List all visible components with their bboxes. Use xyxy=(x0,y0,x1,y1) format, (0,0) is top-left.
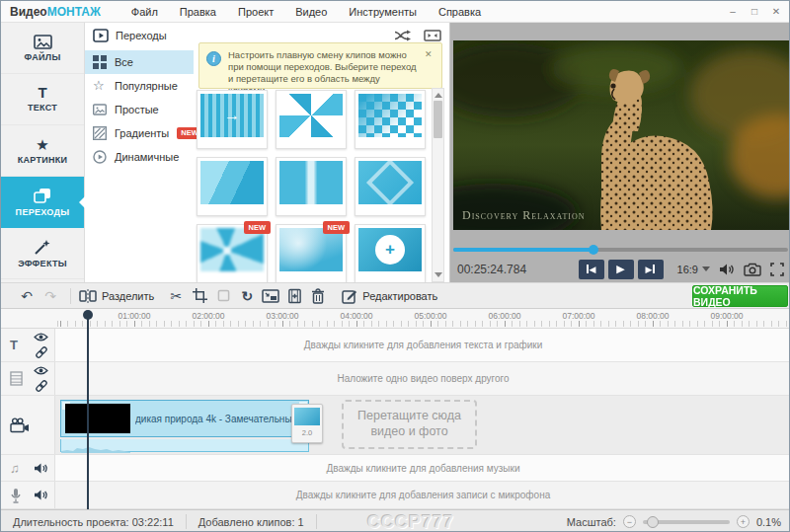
video-frame: Discovery Relaxation xyxy=(453,40,790,230)
close-icon[interactable]: ✕ xyxy=(425,49,434,82)
rotate-button[interactable]: ↻ xyxy=(235,285,259,307)
delete-button[interactable] xyxy=(306,285,330,307)
sidebar-item-label: ЭФФЕКТЫ xyxy=(18,259,67,268)
image-icon xyxy=(34,35,52,49)
category-label: Простые xyxy=(115,104,159,115)
play-button[interactable]: ▶ xyxy=(608,260,634,279)
category-gradients[interactable]: Градиенты NEW xyxy=(85,121,194,145)
eye-icon[interactable] xyxy=(34,332,48,342)
transition-duration: 2.0 xyxy=(302,428,312,437)
speaker-icon[interactable] xyxy=(34,462,48,475)
transition-thumb-bar-split[interactable] xyxy=(276,157,347,216)
edit-clip-button[interactable]: Редактировать xyxy=(342,285,437,307)
edit-toolbar: ↶ ↷ Разделить ✂ ↻ Редактировать СОХРАНИТ… xyxy=(1,282,790,309)
category-dynamic[interactable]: Динамичные xyxy=(85,145,194,169)
save-video-button[interactable]: СОХРАНИТЬ ВИДЕО xyxy=(692,285,788,307)
scrollbar-thumb[interactable] xyxy=(434,101,442,138)
clip-transition-badge[interactable]: 2.0 xyxy=(291,404,323,443)
zoom-slider[interactable] xyxy=(643,520,730,524)
text-track-icon: T xyxy=(10,338,18,352)
sidebar-item-transitions[interactable]: ПЕРЕХОДЫ xyxy=(1,177,84,228)
menu-help[interactable]: Справка xyxy=(428,3,492,21)
split-button[interactable]: Разделить xyxy=(79,285,154,307)
category-all[interactable]: Все xyxy=(85,50,194,74)
category-label: Динамичные xyxy=(115,151,179,163)
minimize-button[interactable]: – xyxy=(726,6,740,17)
sidebar-item-text[interactable]: T ТЕКСТ xyxy=(1,74,84,125)
music-track-area[interactable]: Дважды кликните для добавления музыки xyxy=(55,455,790,481)
category-simple[interactable]: Простые xyxy=(85,98,194,121)
prev-glyph: ◀ xyxy=(590,265,596,274)
transition-thumb-diamond[interactable] xyxy=(355,157,426,216)
menu-file[interactable]: Файл xyxy=(120,3,169,21)
next-frame-button[interactable]: ▶ xyxy=(638,260,664,279)
overlay-track-area[interactable]: Наложите одно видео поверх другого xyxy=(55,362,790,395)
video-drop-zone[interactable]: Перетащите сюда видео и фото xyxy=(342,400,477,449)
mic-track: Дважды кликните для добавления записи с … xyxy=(1,482,790,509)
zoom-out-button[interactable]: − xyxy=(623,515,636,528)
transition-thumb-blinds[interactable]: → xyxy=(197,90,268,149)
drop-zone-hint: Перетащите сюда видео и фото xyxy=(348,409,471,439)
progress-fill xyxy=(453,248,593,252)
transition-thumb-circle-move[interactable]: + xyxy=(355,224,426,283)
menu-video[interactable]: Видео xyxy=(284,3,338,21)
overlay-track: Наложите одно видео поверх другого xyxy=(1,362,790,396)
transition-thumb-spiral[interactable]: NEW xyxy=(197,224,268,283)
prev-frame-icon xyxy=(587,265,589,273)
transition-thumb-checkerboard[interactable] xyxy=(355,90,426,149)
link-icon[interactable] xyxy=(35,379,48,393)
scroll-down-icon[interactable] xyxy=(433,269,443,281)
zoom-value: 0.1% xyxy=(756,516,781,528)
expand-preview-icon[interactable] xyxy=(424,29,441,42)
shuffle-icon[interactable] xyxy=(394,29,412,42)
text-track-area[interactable]: Дважды кликните для добавления текста и … xyxy=(55,329,790,361)
stop-button[interactable] xyxy=(211,285,235,307)
scroll-up-icon[interactable] xyxy=(433,89,443,101)
clip-audio-waveform[interactable] xyxy=(60,439,309,452)
menu-project[interactable]: Проект xyxy=(227,3,284,21)
maximize-button[interactable]: □ xyxy=(748,6,761,17)
fullscreen-icon[interactable] xyxy=(770,263,784,276)
prev-frame-button[interactable]: ◀ xyxy=(579,260,604,279)
layers-icon xyxy=(33,187,52,204)
menu-tools[interactable]: Инструменты xyxy=(338,3,428,21)
add-clip-button[interactable] xyxy=(282,285,306,307)
crop-button[interactable] xyxy=(188,285,211,307)
transition-thumb-pinwheel[interactable] xyxy=(276,90,347,149)
play-icon: ▶ xyxy=(616,263,624,275)
video-track-area[interactable]: дикая природа 4k - Замечательный фильм о… xyxy=(55,396,790,454)
link-icon[interactable] xyxy=(35,345,48,359)
trash-icon xyxy=(311,288,325,304)
eye-icon[interactable] xyxy=(34,365,48,376)
snapshot-camera-icon[interactable] xyxy=(744,263,761,276)
transition-thumb-blur[interactable]: NEW xyxy=(276,224,347,283)
grid-scrollbar[interactable] xyxy=(432,88,444,282)
clips-count: Добавлено клипов: 1 xyxy=(187,516,316,528)
menu-edit[interactable]: Правка xyxy=(169,3,227,21)
aspect-ratio-select[interactable]: 16:9 xyxy=(677,263,710,275)
redo-button[interactable]: ↷ xyxy=(39,285,62,307)
play-circle-icon xyxy=(93,150,107,164)
sidebar-item-effects[interactable]: ЭФФЕКТЫ xyxy=(1,228,84,279)
playhead[interactable] xyxy=(87,319,89,509)
progress-handle[interactable] xyxy=(589,245,598,255)
transition-thumb-diagonal-wipe[interactable] xyxy=(197,157,268,216)
video-clip[interactable]: дикая природа 4k - Замечательный фильм о xyxy=(60,400,309,437)
volume-icon[interactable] xyxy=(719,263,735,276)
close-button[interactable]: ✕ xyxy=(769,6,783,17)
mic-track-area[interactable]: Дважды кликните для добавления записи с … xyxy=(55,482,790,508)
sidebar-item-pictures[interactable]: ★ КАРТИНКИ xyxy=(1,125,84,177)
pip-button[interactable] xyxy=(259,285,282,307)
playhead-handle[interactable] xyxy=(83,310,93,320)
category-popular[interactable]: ☆ Популярные xyxy=(85,74,194,98)
magic-wand-icon xyxy=(34,238,51,256)
zoom-slider-handle[interactable] xyxy=(647,516,659,528)
playback-progress-bar[interactable] xyxy=(453,248,788,252)
sidebar-item-files[interactable]: ФАЙЛЫ xyxy=(1,23,84,74)
zoom-in-button[interactable]: + xyxy=(737,515,750,528)
split-icon xyxy=(79,288,97,304)
speaker-icon[interactable] xyxy=(34,489,48,501)
cut-button[interactable]: ✂ xyxy=(164,285,188,307)
undo-button[interactable]: ↶ xyxy=(15,285,39,307)
timeline-ruler[interactable]: 01:00:00 02:00:00 03:00:00 04:00:00 05:0… xyxy=(1,309,790,329)
